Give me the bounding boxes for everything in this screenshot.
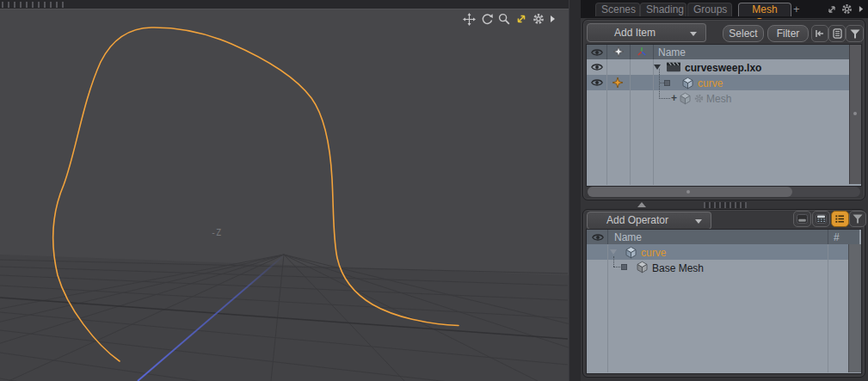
base-mesh-cube-icon xyxy=(637,261,648,273)
tree-branch-handle[interactable] xyxy=(621,264,627,270)
item-tree-header xyxy=(587,45,859,59)
axis-column-icon xyxy=(637,46,647,57)
item-tree-horizontal-scrollbar[interactable] xyxy=(588,187,860,197)
select-button[interactable]: Select xyxy=(723,25,764,42)
add-tab-button[interactable]: + xyxy=(793,3,800,15)
filter-toggle-button[interactable] xyxy=(846,25,864,42)
base-mesh-label[interactable]: Base Mesh xyxy=(652,262,704,274)
solo-view-button[interactable] xyxy=(793,211,811,227)
tab-groups[interactable]: Groups xyxy=(687,3,732,16)
eye-icon[interactable] xyxy=(591,63,603,71)
viewport-top-strip xyxy=(0,0,569,9)
list-view-button[interactable] xyxy=(828,25,846,42)
filter-button[interactable]: Filter xyxy=(767,25,809,42)
expand-triangle[interactable] xyxy=(610,249,617,255)
tree-branch-handle[interactable] xyxy=(664,80,670,86)
panel-gear-icon[interactable] xyxy=(841,3,853,15)
operator-curve-label[interactable]: curve xyxy=(641,247,666,259)
mesh-item-label[interactable]: Mesh xyxy=(706,93,731,105)
visibility-column-eye-icon xyxy=(592,233,604,242)
name-column-header: Name xyxy=(658,46,686,58)
operator-tree-vertical-scrollbar[interactable] xyxy=(848,244,861,372)
add-item-dropdown[interactable] xyxy=(681,23,706,42)
maximize-icon[interactable] xyxy=(515,13,527,25)
visibility-column-eye-icon xyxy=(591,48,603,57)
locator-column-icon xyxy=(613,46,624,57)
curve-item-label[interactable]: curve xyxy=(698,77,723,89)
viewport-3d[interactable]: -Z xyxy=(0,0,569,381)
operator-filter-button[interactable] xyxy=(849,211,866,227)
panel-tab-bar: Scenes Shading Groups Mesh Ops + xyxy=(581,0,868,18)
expand-panel-icon[interactable] xyxy=(827,4,837,15)
eye-icon[interactable] xyxy=(591,78,603,87)
gear-icon[interactable] xyxy=(532,13,545,25)
add-item-button[interactable]: Add Item xyxy=(587,23,683,42)
scene-clapperboard-icon xyxy=(667,62,680,72)
list-mode-button-active[interactable] xyxy=(831,211,849,227)
tab-shading[interactable]: Shading xyxy=(640,3,686,16)
collapse-panel-arrow[interactable] xyxy=(637,202,646,207)
mesh-cube-icon xyxy=(682,77,693,89)
locator-toggle-icon[interactable] xyxy=(613,77,623,88)
flyout-arrow-icon[interactable] xyxy=(550,15,556,23)
scene-item-label[interactable]: curvesweep.lxo xyxy=(685,62,761,74)
list-icon xyxy=(833,28,842,39)
expand-plus-button[interactable]: + xyxy=(671,92,677,104)
add-operator-dropdown[interactable] xyxy=(686,212,711,230)
vertical-splitter[interactable] xyxy=(569,0,582,381)
count-column-header: # xyxy=(834,231,840,243)
chevron-down-icon xyxy=(695,219,702,224)
divider-grip-handle[interactable] xyxy=(704,202,747,208)
list-icon xyxy=(834,214,846,224)
pan-icon[interactable] xyxy=(463,13,476,26)
viewport-grip-handle[interactable] xyxy=(2,2,67,8)
collapse-columns-button[interactable] xyxy=(811,25,828,42)
panel-flyout-icon[interactable] xyxy=(859,5,864,13)
item-tree-vertical-scrollbar[interactable] xyxy=(849,45,861,184)
funnel-icon xyxy=(853,214,863,224)
panel-header-icon xyxy=(816,214,827,224)
add-operator-button[interactable]: Add Operator xyxy=(587,212,688,230)
chevron-down-icon xyxy=(690,32,697,36)
panel-bottom-icon xyxy=(797,214,808,224)
procedural-gear-icon xyxy=(694,94,704,103)
name-column-header: Name xyxy=(614,231,642,243)
collapse-left-icon xyxy=(815,29,825,38)
viewport-canvas[interactable] xyxy=(0,0,569,381)
rotate-icon[interactable] xyxy=(481,13,493,25)
tab-scenes[interactable]: Scenes xyxy=(595,3,640,16)
axis-label: -Z xyxy=(211,228,221,237)
scrollbar-thumb[interactable] xyxy=(588,187,792,197)
zoom-icon[interactable] xyxy=(498,13,510,25)
mesh-cube-icon xyxy=(625,246,637,259)
modo-window: -Z xyxy=(0,0,868,381)
mesh-cube-icon xyxy=(680,92,691,105)
funnel-icon xyxy=(850,29,860,39)
header-view-button[interactable] xyxy=(812,211,830,227)
tab-mesh-ops[interactable]: Mesh Ops xyxy=(738,3,791,16)
viewport-toolbar xyxy=(463,11,566,27)
